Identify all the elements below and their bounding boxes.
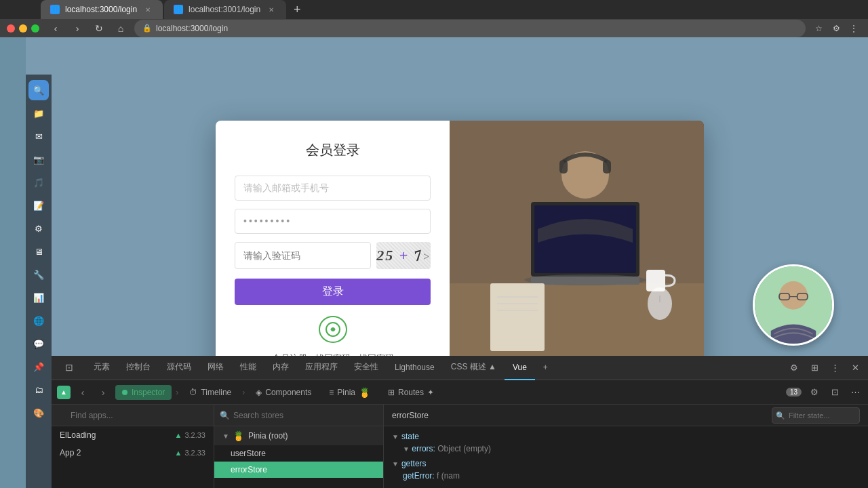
- sidebar-icon-15[interactable]: 🎨: [28, 403, 49, 423]
- social-login-icon[interactable]: [319, 316, 347, 342]
- close-window-button[interactable]: [7, 24, 15, 33]
- devtools-toggle-btn[interactable]: ⊡: [57, 356, 81, 380]
- sidebar-icon-2[interactable]: 📁: [28, 103, 49, 123]
- traffic-lights: [7, 24, 39, 33]
- devtools-tabs: ⊡ 元素 控制台 源代码 网络 性能 内存 应用程序 安全性 Lighthous…: [52, 356, 868, 380]
- login-image-panel: [450, 121, 704, 385]
- sidebar-icon-1[interactable]: 🔍: [28, 80, 49, 100]
- address-bar[interactable]: 🔒 localhost:3000/login: [134, 20, 806, 37]
- sidebar-icon-12[interactable]: 💬: [28, 333, 49, 354]
- sidebar-icon-10[interactable]: 📊: [28, 287, 49, 308]
- pinia-state-panel: errorStore 🔍 ▼ state ▼: [384, 405, 868, 488]
- back-button[interactable]: ‹: [47, 20, 64, 37]
- svg-point-15: [648, 287, 672, 320]
- devtools-tab-css[interactable]: CSS 概述 ▲: [443, 356, 505, 380]
- separator-1: ›: [176, 388, 178, 397]
- apps-search-input[interactable]: [52, 405, 214, 426]
- state-errors-row: ▼ errors: Object (empty): [392, 444, 860, 453]
- app-app2-name: App 2: [60, 448, 81, 458]
- vdt-more-icon[interactable]: ⋯: [848, 385, 863, 400]
- captcha-image[interactable]: 25 + 7>: [376, 242, 431, 269]
- devtools-tab-vue[interactable]: Vue: [505, 356, 535, 380]
- sidebar-icon-11[interactable]: 🌐: [28, 310, 49, 331]
- getters-label: getters: [401, 459, 427, 468]
- devtools-tab-sources[interactable]: 源代码: [159, 356, 199, 380]
- devtools-tab-security[interactable]: 安全性: [346, 356, 387, 380]
- routes-button[interactable]: ⊞ Routes ✦: [381, 385, 441, 400]
- app-app2-version: ▲ 3.2.33: [175, 449, 205, 457]
- devtools-tab-application[interactable]: 应用程序: [297, 356, 346, 380]
- vdt-forward-btn[interactable]: ›: [95, 384, 111, 401]
- vue-devtools-toolbar: ▲ ‹ › Inspector › ⏱ Timeline › ◈ Compone…: [52, 380, 868, 405]
- reload-button[interactable]: ↻: [91, 20, 107, 37]
- state-content: ▼ state ▼ errors: Object (empty) ▼: [384, 426, 868, 488]
- inspector-button[interactable]: Inspector: [115, 385, 172, 400]
- app-item-elloading[interactable]: ElLoading ▲ 3.2.33: [52, 426, 214, 444]
- browser-chrome: 🌐 localhost:3000/login ✕ 🌐 localhost:300…: [0, 0, 868, 37]
- vdt-settings-icon[interactable]: ⚙: [807, 385, 822, 400]
- sidebar-icon-7[interactable]: ⚙: [28, 218, 49, 239]
- svg-point-19: [779, 281, 808, 310]
- vdt-back-btn[interactable]: ‹: [75, 384, 91, 401]
- sidebar-icon-8[interactable]: 🖥: [28, 241, 49, 262]
- fullscreen-window-button[interactable]: [31, 24, 39, 33]
- tab-favicon-2: 🌐: [174, 5, 183, 14]
- sidebar-icon-14[interactable]: 🗂: [28, 380, 49, 400]
- timeline-icon: ⏱: [189, 388, 197, 397]
- forward-button[interactable]: ›: [69, 20, 85, 37]
- vdt-connect-icon[interactable]: ⊡: [827, 385, 842, 400]
- app-elloading-name: ElLoading: [60, 430, 96, 440]
- mac-sidebar: 🔍 📁 ✉ 📷 🎵 📝 ⚙ 🖥 🔧 📊 🌐 💬 📌 🗂 🎨: [26, 75, 52, 488]
- tab-close-1[interactable]: ✕: [142, 4, 153, 15]
- store-item-errorstore[interactable]: errorStore: [214, 462, 383, 478]
- state-filter-wrap: 🔍: [772, 407, 860, 424]
- svg-rect-7: [531, 277, 639, 285]
- home-button[interactable]: ⌂: [113, 20, 129, 37]
- devtools-tab-memory[interactable]: 内存: [264, 356, 297, 380]
- devtools-tab-add[interactable]: +: [535, 356, 556, 380]
- devtools-more-icon[interactable]: ⋮: [827, 361, 842, 375]
- pinia-root-item[interactable]: ▼ 🍍 Pinia (root): [214, 426, 383, 445]
- state-filter-input[interactable]: [772, 407, 860, 424]
- login-button[interactable]: 登录: [235, 279, 431, 305]
- sidebar-icon-5[interactable]: 🎵: [28, 172, 49, 192]
- devtools-settings-icon[interactable]: ⚙: [787, 361, 802, 375]
- store-item-userstore[interactable]: userStore: [214, 445, 383, 462]
- menu-icon[interactable]: ⋮: [846, 21, 861, 36]
- sidebar-icon-6[interactable]: 📝: [28, 195, 49, 216]
- bookmark-icon[interactable]: ☆: [811, 21, 826, 36]
- devtools-tab-network[interactable]: 网络: [199, 356, 232, 380]
- tab-favicon-1: 🌐: [50, 5, 60, 14]
- components-icon: ◈: [256, 388, 262, 397]
- app-item-app2[interactable]: App 2 ▲ 3.2.33: [52, 444, 214, 462]
- timeline-button[interactable]: ⏱ Timeline: [182, 385, 238, 400]
- sidebar-icon-3[interactable]: ✉: [28, 126, 49, 146]
- devtools-tab-console[interactable]: 控制台: [118, 356, 159, 380]
- sidebar-icon-13[interactable]: 📌: [28, 357, 49, 377]
- extensions-icon[interactable]: ⚙: [829, 21, 844, 36]
- password-input[interactable]: [235, 209, 431, 234]
- notification-badge: 13: [786, 388, 802, 396]
- devtools-tab-performance[interactable]: 性能: [232, 356, 264, 380]
- sidebar-icon-9[interactable]: 🔧: [28, 264, 49, 285]
- sidebar-icon-4[interactable]: 📷: [28, 149, 49, 169]
- new-tab-button[interactable]: +: [288, 0, 307, 19]
- tab-2[interactable]: 🌐 localhost:3001/login ✕: [164, 0, 286, 19]
- minimize-window-button[interactable]: [19, 24, 27, 33]
- tab-1[interactable]: 🌐 localhost:3000/login ✕: [41, 0, 163, 19]
- email-input[interactable]: [235, 176, 431, 201]
- pinia-button[interactable]: ≡ Pinia 🍍: [322, 384, 377, 401]
- stores-search-input[interactable]: [214, 405, 383, 426]
- devtools-tab-elements[interactable]: 元素: [85, 356, 118, 380]
- errors-value: Object (empty): [437, 444, 491, 453]
- captcha-input[interactable]: [235, 242, 371, 269]
- components-button[interactable]: ◈ Components: [249, 385, 318, 400]
- components-label: Components: [265, 388, 311, 397]
- devtools-close-icon[interactable]: ✕: [848, 361, 863, 375]
- devtools-dock-icon[interactable]: ⊞: [807, 361, 822, 375]
- main-content: 🔍 📁 ✉ 📷 🎵 📝 ⚙ 🖥 🔧 📊 🌐 💬 📌 🗂 🎨 会员登录: [26, 37, 868, 488]
- devtools-tab-lighthouse[interactable]: Lighthouse: [387, 356, 443, 380]
- lock-icon: 🔒: [142, 24, 152, 33]
- getError-value: f (nam: [437, 471, 460, 481]
- tab-close-2[interactable]: ✕: [266, 4, 277, 15]
